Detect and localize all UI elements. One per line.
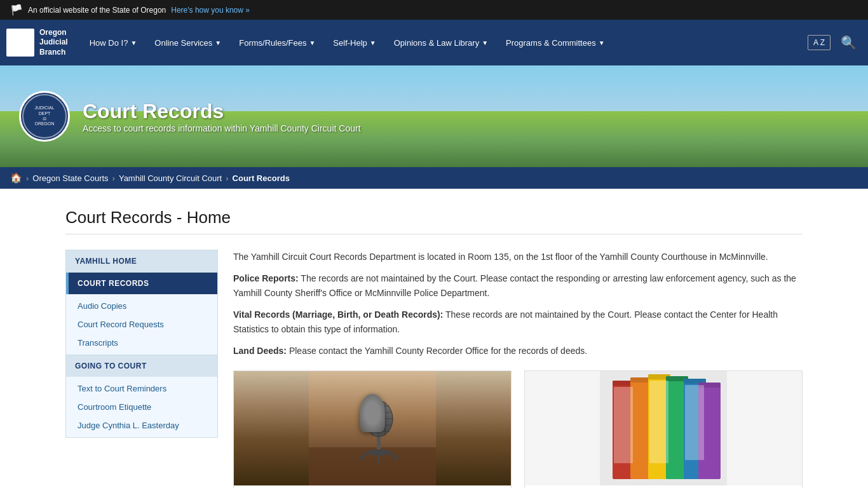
- sidebar-link-text-reminders[interactable]: Text to Court Reminders: [66, 379, 217, 398]
- sidebar-links-court-records: Audio Copies Court Record Requests Trans…: [66, 294, 217, 355]
- banner-link[interactable]: Here's how you know »: [171, 6, 250, 15]
- microphone-svg: [234, 371, 511, 485]
- sidebar-link-audio-copies[interactable]: Audio Copies: [66, 297, 217, 315]
- sidebar-links-going-to-court: Text to Court Reminders Courtroom Etique…: [66, 377, 217, 437]
- seal-inner: JUDICIALDEPT⚖OREGON: [22, 94, 67, 139]
- card-audio-copies-title[interactable]: Audio Copies: [234, 485, 511, 488]
- hero-title-block: Court Records Access to court records in…: [83, 100, 361, 133]
- land-deeds-paragraph: Land Deeds: Please contact the Yamhill C…: [233, 344, 803, 358]
- breadcrumb-item-oregon[interactable]: Oregon State Courts: [32, 173, 108, 183]
- vital-records-label: Vital Records (Marriage, Birth, or Death…: [233, 309, 443, 320]
- nav-item-opinions[interactable]: Opinions & Law Library ▼: [385, 32, 497, 54]
- main-nav: ⚖ OregonJudicialBranch How Do I? ▼ Onlin…: [0, 20, 868, 65]
- sidebar-link-transcripts[interactable]: Transcripts: [66, 334, 217, 352]
- chevron-icon: ▼: [482, 39, 488, 46]
- sidebar: YAMHILL HOME COURT RECORDS Audio Copies …: [65, 250, 218, 488]
- sidebar-heading-yamhill[interactable]: YAMHILL HOME: [66, 250, 217, 272]
- breadcrumb-item-yamhill[interactable]: Yamhill County Circuit Court: [119, 173, 222, 183]
- nav-right-controls: A Z 🔍: [808, 30, 862, 55]
- content-layout: YAMHILL HOME COURT RECORDS Audio Copies …: [65, 250, 803, 488]
- sidebar-link-courtroom-etiquette[interactable]: Courtroom Etiquette: [66, 398, 217, 416]
- chevron-icon: ▼: [215, 39, 221, 46]
- logo-icon: ⚖: [6, 29, 34, 57]
- nav-item-forms[interactable]: Forms/Rules/Fees ▼: [230, 32, 324, 54]
- sidebar-section-going-to-court: GOING TO COURT Text to Court Reminders C…: [65, 355, 218, 438]
- separator: ›: [226, 173, 228, 183]
- microphone-scene: [234, 371, 511, 485]
- intro-paragraph: The Yamhill Circuit Court Records Depart…: [233, 250, 803, 264]
- chevron-icon: ▼: [309, 39, 315, 46]
- logo-text: OregonJudicialBranch: [39, 28, 68, 58]
- land-deeds-label: Land Deeds:: [233, 346, 287, 356]
- main-content: Court Records - Home YAMHILL HOME COURT …: [53, 189, 815, 488]
- nav-item-programs[interactable]: Programs & Committees ▼: [497, 32, 614, 54]
- hero-title: Court Records: [83, 100, 361, 123]
- breadcrumb-current: Court Records: [233, 173, 290, 183]
- sidebar-link-judge-easterday[interactable]: Judge Cynthia L. Easterday: [66, 416, 217, 435]
- page-title: Court Records - Home: [65, 208, 803, 234]
- site-logo[interactable]: ⚖ OregonJudicialBranch: [6, 28, 68, 58]
- sidebar-heading-going-to-court[interactable]: GOING TO COURT: [66, 355, 217, 377]
- svg-rect-29: [614, 387, 633, 463]
- sidebar-heading-court-records[interactable]: COURT RECORDS: [66, 273, 217, 294]
- hero-banner: JUDICIALDEPT⚖OREGON Court Records Access…: [0, 65, 868, 167]
- separator: ›: [26, 173, 29, 183]
- list-item: Text to Court Reminders: [66, 379, 217, 398]
- list-item: Courtroom Etiquette: [66, 398, 217, 416]
- separator: ›: [112, 173, 115, 183]
- card-image-folders: [525, 371, 802, 485]
- seal-text: JUDICIALDEPT⚖OREGON: [34, 105, 54, 127]
- list-item: Transcripts: [66, 334, 217, 352]
- nav-item-how-do-i[interactable]: How Do I? ▼: [81, 32, 146, 54]
- main-text-area: The Yamhill Circuit Court Records Depart…: [233, 250, 803, 488]
- list-item: Judge Cynthia L. Easterday: [66, 416, 217, 435]
- translate-button[interactable]: A Z: [808, 35, 831, 50]
- card-audio-copies: Audio Copies: [233, 370, 512, 488]
- chevron-icon: ▼: [370, 39, 376, 46]
- sidebar-section-yamhill: YAMHILL HOME: [65, 250, 218, 273]
- judicial-seal: JUDICIALDEPT⚖OREGON: [19, 91, 70, 142]
- vital-records-paragraph: Vital Records (Marriage, Birth, or Death…: [233, 308, 803, 336]
- card-court-records: Court Record Requests: [524, 370, 803, 488]
- land-deeds-text: Please contact the Yamhill County Record…: [289, 346, 587, 356]
- nav-menu: How Do I? ▼ Online Services ▼ Forms/Rule…: [81, 32, 808, 54]
- sidebar-section-court-records: COURT RECORDS Audio Copies Court Record …: [65, 273, 218, 355]
- police-reports-label: Police Reports:: [233, 273, 299, 283]
- police-reports-text: The records are not maintained by the Co…: [233, 273, 796, 297]
- card-court-records-title[interactable]: Court Record Requests: [525, 485, 802, 488]
- cards-row: Audio Copies: [233, 370, 803, 488]
- top-banner: 🏳️ An official website of the State of O…: [0, 0, 868, 20]
- list-item: Court Record Requests: [66, 315, 217, 334]
- nav-item-online-services[interactable]: Online Services ▼: [146, 32, 230, 54]
- sidebar-link-court-record-requests[interactable]: Court Record Requests: [66, 315, 217, 334]
- svg-rect-31: [685, 385, 704, 460]
- svg-rect-30: [649, 381, 668, 463]
- police-reports-paragraph: Police Reports: The records are not main…: [233, 271, 803, 300]
- card-image-microphone: [234, 371, 511, 485]
- flag-icon: 🏳️: [10, 4, 23, 16]
- search-button[interactable]: 🔍: [836, 30, 862, 55]
- nav-item-self-help[interactable]: Self-Help ▼: [324, 32, 384, 54]
- hero-subtitle: Access to court records information with…: [83, 123, 361, 133]
- list-item: Audio Copies: [66, 297, 217, 315]
- hero-content: JUDICIALDEPT⚖OREGON Court Records Access…: [19, 91, 361, 142]
- folders-svg: [525, 371, 802, 485]
- home-icon[interactable]: 🏠: [10, 172, 22, 184]
- chevron-icon: ▼: [130, 39, 137, 46]
- chevron-icon: ▼: [599, 39, 605, 46]
- breadcrumb: 🏠 › Oregon State Courts › Yamhill County…: [0, 167, 868, 189]
- banner-text: An official website of the State of Oreg…: [28, 6, 166, 15]
- folders-scene: [525, 371, 802, 485]
